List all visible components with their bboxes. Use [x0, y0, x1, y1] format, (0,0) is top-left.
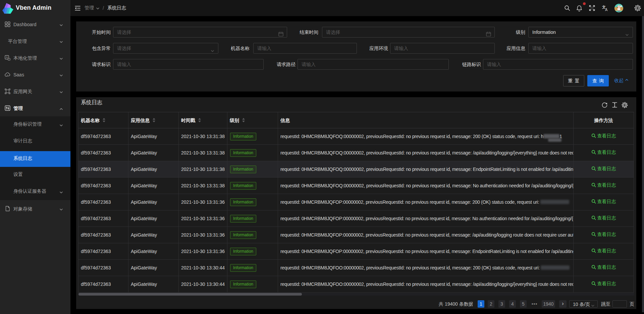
svg-text:A: A [6, 56, 8, 59]
